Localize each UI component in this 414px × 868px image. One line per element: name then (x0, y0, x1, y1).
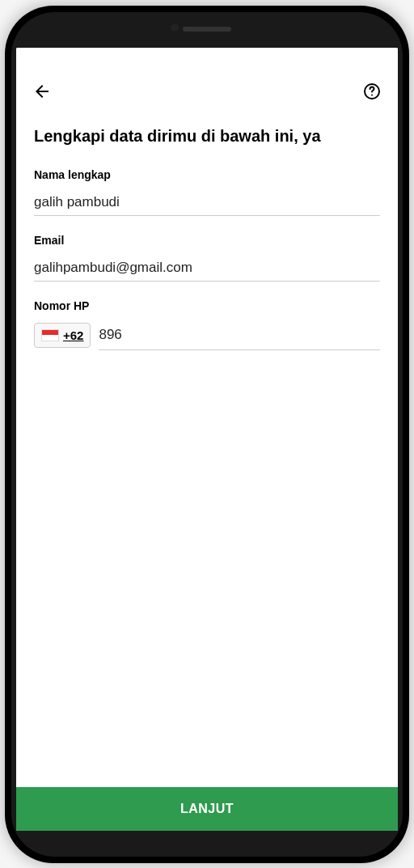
email-input[interactable] (34, 255, 380, 282)
phone-frame: Lengkapi data dirimu di bawah ini, ya Na… (5, 6, 409, 863)
country-code-button[interactable]: +62 (34, 323, 91, 348)
svg-point-1 (371, 94, 373, 95)
email-label: Email (34, 234, 380, 247)
footer: LANJUT (16, 787, 398, 831)
speaker-slot (183, 27, 231, 32)
indonesia-flag-icon (41, 329, 59, 341)
form-group-name: Nama lengkap (34, 168, 380, 216)
status-bar (16, 48, 398, 72)
form-group-phone: Nomor HP +62 (34, 299, 380, 350)
name-label: Nama lengkap (34, 168, 380, 181)
back-button[interactable] (31, 80, 53, 103)
phone-input[interactable] (99, 320, 380, 350)
name-input[interactable] (34, 189, 380, 216)
header (16, 72, 398, 111)
screen: Lengkapi data dirimu di bawah ini, ya Na… (16, 48, 398, 831)
form-group-email: Email (34, 234, 380, 282)
country-code-text: +62 (63, 328, 83, 342)
help-icon (362, 82, 382, 101)
help-button[interactable] (361, 80, 383, 103)
camera-dot (171, 23, 179, 32)
page-title: Lengkapi data dirimu di bawah ini, ya (34, 127, 380, 146)
content-area: Lengkapi data dirimu di bawah ini, ya Na… (16, 111, 398, 787)
phone-inner: Lengkapi data dirimu di bawah ini, ya Na… (11, 12, 403, 857)
submit-button[interactable]: LANJUT (16, 787, 398, 831)
back-arrow-icon (32, 82, 52, 101)
phone-label: Nomor HP (34, 299, 380, 312)
phone-row: +62 (34, 320, 380, 350)
